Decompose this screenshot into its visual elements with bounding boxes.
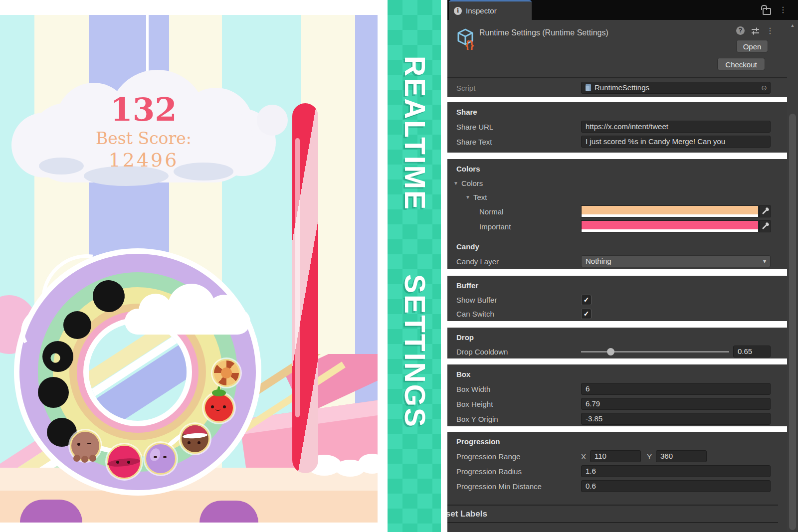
progression-header: Progression bbox=[456, 436, 787, 449]
section-buffer: Buffer Show Buffer ✓ Can Switch ✓ bbox=[447, 276, 787, 321]
chocolate-scoop-candy bbox=[70, 430, 101, 461]
scrollbar-thumb[interactable] bbox=[789, 114, 796, 530]
screenshot-root: 132 Best Score: 12496 REALTIME SETTINGS … bbox=[0, 0, 798, 532]
swirl-candy bbox=[212, 359, 240, 387]
inspector-scrollbar[interactable]: ▲ bbox=[787, 20, 798, 532]
section-box: Box Box Width 6 Box Height 6.79 Box Y Or… bbox=[447, 364, 787, 426]
locked-candy-donut bbox=[42, 341, 73, 372]
colors-header: Colors bbox=[456, 163, 787, 176]
progression-radius-label: Progression Radius bbox=[456, 467, 581, 476]
game-screenshot: 132 Best Score: 12496 bbox=[0, 0, 378, 523]
tab-inspector[interactable]: i Inspector bbox=[449, 0, 532, 20]
show-buffer-label: Show Buffer bbox=[456, 296, 581, 304]
grape-jelly-candy bbox=[145, 443, 177, 475]
box-width-input[interactable]: 6 bbox=[581, 383, 771, 395]
y-axis-label: Y bbox=[647, 452, 656, 461]
slider-handle[interactable] bbox=[607, 348, 614, 355]
eyedropper-button[interactable] bbox=[759, 205, 771, 217]
drop-cooldown-slider[interactable] bbox=[581, 344, 729, 359]
important-color-label: Important bbox=[456, 222, 581, 231]
component-menu-icon[interactable]: ⋮ bbox=[766, 26, 774, 35]
box-y-origin-input[interactable]: -3.85 bbox=[581, 413, 771, 425]
script-label: Script bbox=[456, 84, 581, 92]
progression-radius-input[interactable]: 1.6 bbox=[581, 465, 771, 477]
open-button[interactable]: Open bbox=[736, 40, 768, 52]
locked-candy-ball bbox=[63, 311, 91, 339]
foldout-icon[interactable]: ▼ bbox=[453, 180, 461, 186]
tab-menu-icon[interactable]: ⋮ bbox=[779, 5, 787, 14]
script-value: RuntimeSettings bbox=[595, 82, 649, 93]
candy-cane-pole bbox=[292, 103, 318, 473]
chocolate-truffle-candy bbox=[180, 424, 210, 454]
banner-word-realtime: REALTIME bbox=[399, 56, 431, 211]
share-url-label: Share URL bbox=[456, 123, 581, 131]
asset-labels-title: Asset Labels bbox=[447, 509, 487, 519]
buffer-header: Buffer bbox=[456, 280, 787, 293]
cloud-puff bbox=[257, 105, 288, 136]
box-height-input[interactable]: 6.79 bbox=[581, 398, 771, 410]
can-switch-checkbox[interactable]: ✓ bbox=[581, 309, 592, 319]
share-text-label: Share Text bbox=[456, 138, 581, 146]
eyedropper-icon bbox=[762, 209, 768, 214]
section-progression: Progression Progression Range X 110 Y 36… bbox=[447, 432, 787, 532]
eyedropper-button[interactable] bbox=[759, 220, 771, 232]
progression-range-label: Progression Range bbox=[456, 452, 581, 461]
dropdown-arrow-icon: ▾ bbox=[763, 256, 766, 267]
asset-labels-bar[interactable]: Asset Labels bbox=[447, 506, 778, 523]
foldout-icon[interactable]: ▼ bbox=[465, 194, 473, 200]
section-drop: Drop Drop Cooldown 0.65 bbox=[447, 328, 787, 358]
colors-group-label: Colors bbox=[461, 179, 586, 187]
scroll-up-icon[interactable]: ▲ bbox=[787, 23, 798, 28]
can-switch-label: Can Switch bbox=[456, 310, 581, 318]
realtime-settings-banner: REALTIME SETTINGS bbox=[388, 0, 441, 532]
best-score-value: 12496 bbox=[44, 149, 243, 171]
box-height-label: Box Height bbox=[456, 400, 581, 408]
candy-header: Candy bbox=[456, 241, 787, 254]
checkout-button[interactable]: Checkout bbox=[717, 58, 765, 70]
script-field[interactable]: RuntimeSettings ⊙ bbox=[581, 82, 771, 94]
section-colors: Colors ▼ Colors ▼ Text Normal Important bbox=[447, 159, 787, 269]
text-group-label: Text bbox=[473, 193, 598, 201]
locked-candy-ball bbox=[38, 377, 69, 408]
script-file-icon bbox=[586, 84, 591, 91]
component-header: {} Runtime Settings (Runtime Settings) ?… bbox=[447, 20, 787, 97]
candy-layer-label: Candy Layer bbox=[456, 257, 581, 266]
candy-ring bbox=[14, 248, 261, 496]
score-cloud: 132 Best Score: 12496 bbox=[9, 74, 278, 198]
unlock-icon[interactable] bbox=[763, 8, 771, 15]
eyedropper-icon bbox=[762, 224, 768, 229]
show-buffer-checkbox[interactable]: ✓ bbox=[581, 295, 592, 305]
best-score-label: Best Score: bbox=[44, 129, 243, 148]
share-text-input[interactable]: I just scored %s in Candy Merge! Can you bbox=[581, 136, 771, 148]
strawberry-candy bbox=[203, 393, 234, 423]
box-y-origin-label: Box Y Origin bbox=[456, 415, 581, 423]
script-row: Script RuntimeSettings ⊙ bbox=[447, 78, 787, 97]
game-top-band bbox=[0, 0, 378, 15]
inspector-tab-bar: i Inspector ⋮ bbox=[447, 0, 798, 20]
candy-layer-dropdown[interactable]: Nothing ▾ bbox=[581, 255, 771, 267]
progression-range-x-input[interactable]: 110 bbox=[590, 450, 641, 462]
drop-cooldown-value[interactable]: 0.65 bbox=[733, 346, 771, 357]
component-title: Runtime Settings (Runtime Settings) bbox=[479, 28, 608, 37]
important-color-swatch[interactable] bbox=[581, 220, 759, 232]
box-width-label: Box Width bbox=[456, 385, 581, 393]
normal-color-swatch[interactable] bbox=[581, 205, 759, 217]
object-picker-icon[interactable]: ⊙ bbox=[761, 82, 767, 93]
tab-inspector-label: Inspector bbox=[466, 6, 497, 15]
progression-min-distance-input[interactable]: 0.6 bbox=[581, 480, 771, 492]
progression-min-distance-label: Progression Min Distance bbox=[456, 482, 581, 491]
share-header: Share bbox=[456, 106, 787, 119]
help-icon[interactable]: ? bbox=[736, 26, 745, 35]
share-url-input[interactable]: https://x.com/intent/tweet bbox=[581, 121, 771, 133]
presets-icon[interactable] bbox=[751, 27, 760, 35]
current-score: 132 bbox=[44, 94, 243, 126]
normal-color-label: Normal bbox=[456, 207, 581, 216]
drop-cooldown-label: Drop Cooldown bbox=[456, 348, 581, 356]
unity-inspector-panel: i Inspector ⋮ {} Runtime Settings (Runti… bbox=[447, 0, 798, 532]
x-axis-label: X bbox=[581, 452, 590, 461]
ninja-candy bbox=[107, 444, 142, 479]
box-header: Box bbox=[456, 368, 787, 381]
progression-range-y-input[interactable]: 360 bbox=[656, 450, 707, 462]
info-icon: i bbox=[454, 7, 462, 15]
scriptable-object-icon: {} bbox=[453, 26, 477, 50]
